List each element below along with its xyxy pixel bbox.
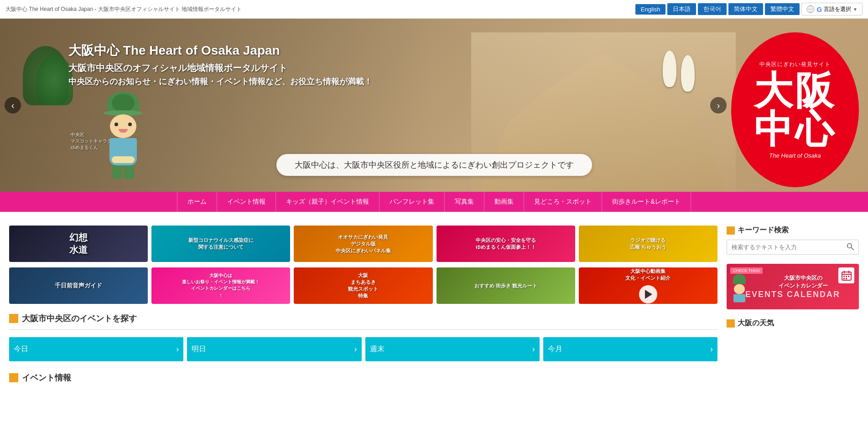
search-input[interactable]: [727, 240, 842, 254]
banner-row-1: 幻想水道 新型コロナウイルス感染症に関する注意について オオサカにぎわい発見デジ…: [9, 226, 717, 262]
events-calendar-banner[interactable]: CHECK THIS!!: [727, 264, 859, 309]
svg-line-5: [851, 247, 853, 250]
date-today-arrow: ›: [176, 344, 179, 354]
banner-10[interactable]: 大阪中心動画集文化・イベント紹介: [579, 267, 717, 304]
weather-title: 大阪の天気: [738, 318, 774, 328]
top-bar: 大阪中心 The Heart of Osaka Japan - 大阪市中央区オフ…: [0, 0, 868, 19]
language-buttons: English 日本語 한국어 简体中文 繁體中文 G 言語を選択 ▼: [635, 3, 863, 15]
hero-lantern-1: [681, 55, 695, 92]
hero-section: 大阪中心 The Heart of Osaka Japan 大阪市中央区のオフィ…: [0, 19, 868, 192]
svg-rect-12: [848, 276, 849, 277]
right-sidebar: キーワード検索 CHECK THIS!!: [727, 226, 859, 389]
nav-kids-events[interactable]: キッズ（親子）イベント情報: [276, 192, 379, 212]
calendar-en-label: EVENTS CALENDAR: [745, 290, 840, 299]
hero-badge-tagline: The Heart of Osaka: [769, 152, 821, 159]
news-section-title: イベント情報: [22, 372, 71, 383]
hero-badge-subtitle: 中央区にぎわい発見サイト: [759, 61, 831, 68]
banner-8[interactable]: 大阪まちあるき観光スポット特集: [294, 267, 432, 304]
hero-lantern-2: [663, 51, 676, 87]
banner-6[interactable]: 千日前音声ガイド: [9, 267, 148, 304]
lang-korean-button[interactable]: 한국어: [698, 3, 727, 15]
date-tomorrow-button[interactable]: 明日 ›: [187, 337, 361, 361]
lang-traditional-button[interactable]: 繁體中文: [765, 3, 800, 15]
date-weekend-label: 週末: [370, 344, 385, 354]
calendar-svg: [841, 270, 852, 281]
hero-text-block: 大阪中心 The Heart of Osaka Japan 大阪市中央区のオフィ…: [68, 41, 372, 87]
search-box: [727, 240, 859, 255]
globe-icon: [806, 5, 815, 13]
svg-point-4: [847, 244, 852, 248]
date-today-button[interactable]: 今日 ›: [9, 337, 183, 361]
banner-2[interactable]: 新型コロナウイルス感染症に関する注意について: [151, 226, 290, 262]
news-section-heading: イベント情報: [9, 372, 717, 383]
keyword-icon: [727, 226, 735, 235]
date-weekend-button[interactable]: 週末 ›: [365, 337, 540, 361]
banner-5[interactable]: ラジオで聴ける広報 ちゅうおう: [579, 226, 717, 262]
keyword-search-section: キーワード検索: [727, 226, 859, 255]
lang-simplified-button[interactable]: 简体中文: [728, 3, 763, 15]
banner-9[interactable]: おすすめ 街歩き 観光ルート: [437, 267, 575, 304]
hero-prev-button[interactable]: ‹: [5, 97, 21, 113]
banner-7[interactable]: 大阪中心は楽しいお祭り・イベント情報が満載！イベントカレンダーはこちら ↑: [151, 267, 290, 304]
svg-rect-13: [843, 278, 845, 279]
date-thismonth-button[interactable]: 今月 ›: [543, 337, 717, 361]
date-thismonth-label: 今月: [548, 344, 562, 354]
main-nav: ホーム イベント情報 キッズ（親子）イベント情報 パンフレット集 写真集 動画集…: [0, 192, 868, 212]
date-tomorrow-arrow: ›: [354, 344, 357, 354]
content-left: 幻想水道 新型コロナウイルス感染症に関する注意について オオサカにぎわい発見デジ…: [9, 226, 717, 389]
calendar-icon: [838, 267, 854, 283]
google-translate-label: 言語を選択: [824, 5, 851, 13]
hero-badge: 中央区にぎわい発見サイト 大阪中心 The Heart of Osaka: [731, 32, 859, 187]
date-today-label: 今日: [14, 344, 28, 354]
google-g-logo: G: [816, 5, 822, 13]
banner-3[interactable]: オオサカにぎわい発見デジタル版中央区にぎわいパネル集: [294, 226, 432, 262]
events-section-title: 大阪市中央区のイベントを探す: [22, 313, 137, 324]
nav-photos[interactable]: 写真集: [445, 192, 484, 212]
banner-1[interactable]: 幻想水道: [9, 226, 148, 262]
hero-badge-main: 大阪中心: [754, 71, 836, 149]
calendar-title: 大阪市中央区の イベントカレンダー: [758, 274, 828, 290]
events-section-heading: 大阪市中央区のイベントを探す: [9, 313, 717, 330]
lang-japanese-button[interactable]: 日本語: [667, 3, 696, 15]
google-translate-select[interactable]: G 言語を選択 ▼: [801, 3, 863, 15]
svg-rect-14: [846, 278, 847, 279]
nav-pamphlets[interactable]: パンフレット集: [379, 192, 445, 212]
play-icon: [645, 290, 652, 299]
calendar-check-label: CHECK THIS!!: [730, 267, 763, 274]
weather-section: 大阪の天気: [727, 318, 859, 328]
nav-sightseeing[interactable]: 見どころ・スポット: [524, 192, 602, 212]
hero-caption-box: 大阪中心は、大阪市中央区役所と地域によるにぎわい創出プロジェクトです: [276, 154, 592, 176]
mascot-figure: [100, 92, 146, 174]
nav-events[interactable]: イベント情報: [217, 192, 276, 212]
site-title: 大阪中心 The Heart of Osaka Japan - 大阪市中央区オフ…: [5, 5, 242, 13]
nav-walks[interactable]: 街歩きルート&レポート: [602, 192, 691, 212]
calendar-mascot: [730, 274, 748, 299]
hero-tree-left2: [36, 55, 73, 105]
svg-rect-11: [846, 276, 847, 277]
nav-videos[interactable]: 動画集: [484, 192, 524, 212]
play-button[interactable]: [639, 285, 657, 303]
hero-next-button[interactable]: ›: [710, 97, 727, 113]
hero-caption-text: 大阪中心は、大阪市中央区役所と地域によるにぎわい創出プロジェクトです: [295, 160, 574, 169]
weather-icon: [727, 319, 735, 328]
date-tomorrow-label: 明日: [192, 344, 206, 354]
banner-4[interactable]: 中央区の安心・安全を守るゆめまるくん仮面参上！！: [437, 226, 575, 262]
dropdown-arrow-icon: ▼: [853, 7, 858, 12]
svg-rect-10: [843, 276, 845, 277]
hero-subtitle: 大阪市中央区のオフィシャル地域情報ポータルサイト: [68, 62, 372, 74]
keyword-search-title: キーワード検索: [727, 226, 859, 235]
main-content: 幻想水道 新型コロナウイルス感染症に関する注意について オオサカにぎわい発見デジ…: [0, 212, 868, 398]
hero-description: 中央区からのお知らせ・にぎわい情報・イベント情報など、お役立ち情報が満載！: [68, 76, 372, 87]
date-buttons: 今日 › 明日 › 週末 › 今月 ›: [9, 337, 717, 361]
hero-title: 大阪中心 The Heart of Osaka Japan: [68, 41, 372, 59]
events-section-icon: [9, 314, 18, 323]
keyword-search-label: キーワード検索: [738, 226, 789, 235]
lang-english-button[interactable]: English: [635, 4, 666, 15]
date-thismonth-arrow: ›: [710, 344, 713, 354]
search-submit-button[interactable]: [842, 240, 858, 254]
date-weekend-arrow: ›: [532, 344, 535, 354]
nav-home[interactable]: ホーム: [177, 192, 217, 212]
search-icon: [847, 243, 854, 250]
news-section-icon: [9, 373, 18, 382]
banner-row-2: 千日前音声ガイド 大阪中心は楽しいお祭り・イベント情報が満載！イベントカレンダー…: [9, 267, 717, 304]
